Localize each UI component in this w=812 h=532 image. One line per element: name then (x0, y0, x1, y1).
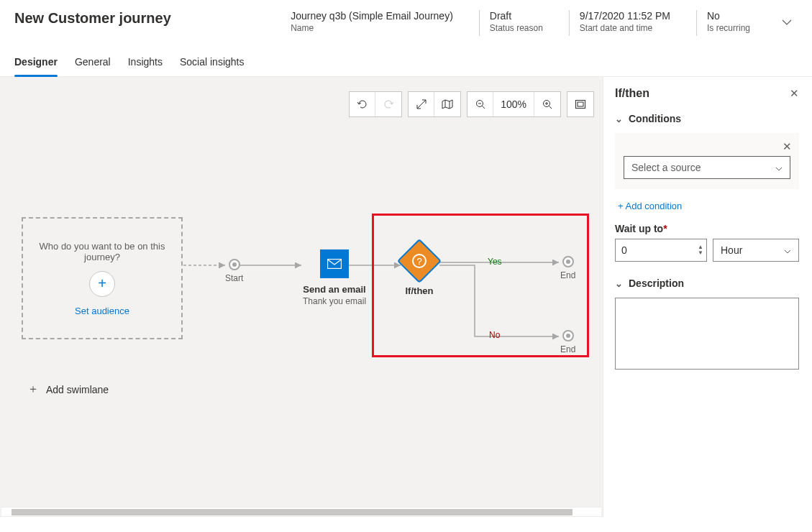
meta-start-label: Start date and time (580, 23, 670, 33)
chevron-down-icon (784, 244, 791, 256)
close-panel-button[interactable]: ✕ (790, 87, 799, 100)
end-node-no[interactable]: End (560, 330, 575, 354)
panel-title: If/then (615, 87, 649, 100)
ifthen-node[interactable]: ? If/then (403, 245, 435, 296)
chevron-down-icon: ⌄ (615, 278, 623, 289)
conditions-heading: Conditions (629, 113, 681, 124)
zoom-in-button[interactable] (534, 92, 560, 116)
branch-yes-label: Yes (488, 257, 502, 267)
end-label-yes: End (560, 270, 575, 280)
horizontal-scrollbar[interactable] (1, 507, 601, 516)
properties-panel: If/then ✕ ⌄ Conditions ✕ Select a source… (603, 77, 812, 517)
branch-no-label: No (489, 330, 500, 340)
start-circle-icon (229, 259, 240, 270)
wait-unit-select[interactable]: Hour (713, 239, 799, 262)
email-node[interactable]: Send an email Thank you email (303, 249, 366, 306)
wait-value-input[interactable]: 0 ▲ ▼ (615, 239, 707, 262)
fullscreen-button[interactable] (567, 92, 593, 116)
page-header: New Customer journey Journey q3b (Simple… (0, 0, 812, 42)
meta-recurring-value: No (707, 10, 750, 22)
meta-status-value: Draft (490, 10, 543, 22)
meta-name: Journey q3b (Simple Email Journey) Name (291, 10, 459, 36)
set-audience-link[interactable]: Set audience (75, 306, 129, 316)
email-node-subtitle: Thank you email (303, 296, 366, 306)
meta-name-label: Name (291, 23, 453, 33)
meta-start-value: 9/17/2020 11:52 PM (580, 10, 670, 22)
redo-button[interactable] (375, 92, 401, 116)
email-node-title: Send an email (303, 284, 365, 295)
plus-icon: ＋ (27, 382, 39, 397)
wait-unit-value: Hour (721, 244, 742, 256)
email-icon (320, 249, 349, 278)
start-label: Start (225, 273, 243, 283)
chevron-down-icon: ⌄ (615, 114, 623, 124)
description-textarea[interactable] (615, 298, 799, 370)
canvas-area[interactable]: 100% Who do you want to be on this journ… (0, 77, 603, 517)
add-swimlane-button[interactable]: ＋ Add swimlane (27, 382, 109, 397)
fit-button[interactable] (409, 92, 434, 116)
source-select[interactable]: Select a source (624, 156, 790, 179)
meta-recurring-label: Is recurring (707, 23, 750, 33)
end-circle-icon (562, 256, 574, 267)
description-section-toggle[interactable]: ⌄ Description (615, 278, 799, 289)
condition-icon: ? (397, 239, 442, 283)
undo-button[interactable] (350, 92, 375, 116)
chevron-down-icon (775, 162, 783, 173)
remove-condition-button[interactable]: ✕ (783, 140, 792, 153)
meta-recurring: No Is recurring (696, 10, 756, 36)
tab-general[interactable]: General (75, 49, 111, 76)
workspace: 100% Who do you want to be on this journ… (0, 77, 812, 517)
decrement-button[interactable]: ▼ (698, 250, 703, 256)
condition-card: ✕ Select a source (615, 133, 799, 189)
expand-header-button[interactable] (776, 10, 798, 33)
tab-designer[interactable]: Designer (14, 49, 58, 76)
audience-placeholder[interactable]: Who do you want to be on this journey? +… (22, 217, 183, 339)
end-label-no: End (560, 344, 575, 354)
minimap-button[interactable] (434, 92, 460, 116)
conditions-section-toggle[interactable]: ⌄ Conditions (615, 113, 799, 124)
zoom-level[interactable]: 100% (493, 92, 534, 116)
meta-start: 9/17/2020 11:52 PM Start date and time (569, 10, 676, 36)
description-heading: Description (629, 278, 684, 289)
tab-bar: Designer General Insights Social insight… (0, 42, 812, 77)
end-node-yes[interactable]: End (560, 256, 575, 280)
ifthen-label: If/then (406, 285, 434, 296)
svg-rect-2 (576, 101, 585, 109)
meta-status-label: Status reason (490, 23, 543, 33)
svg-rect-3 (578, 102, 583, 106)
zoom-out-button[interactable] (467, 92, 493, 116)
end-circle-icon (562, 330, 574, 341)
page-title: New Customer journey (14, 10, 270, 27)
start-node[interactable]: Start (225, 259, 243, 283)
canvas-toolbar: 100% (349, 91, 594, 117)
meta-name-value: Journey q3b (Simple Email Journey) (291, 10, 453, 22)
meta-status: Draft Status reason (479, 10, 549, 36)
tab-insights[interactable]: Insights (128, 49, 163, 76)
source-select-placeholder: Select a source (631, 162, 701, 173)
audience-prompt: Who do you want to be on this journey? (23, 241, 181, 262)
add-condition-link[interactable]: + Add condition (618, 201, 682, 211)
add-swimlane-label: Add swimlane (46, 384, 109, 395)
tab-social-insights[interactable]: Social insights (180, 49, 245, 76)
wait-label: Wait up to* (615, 223, 799, 234)
wait-value: 0 (621, 244, 698, 256)
add-audience-button[interactable]: + (89, 271, 115, 297)
